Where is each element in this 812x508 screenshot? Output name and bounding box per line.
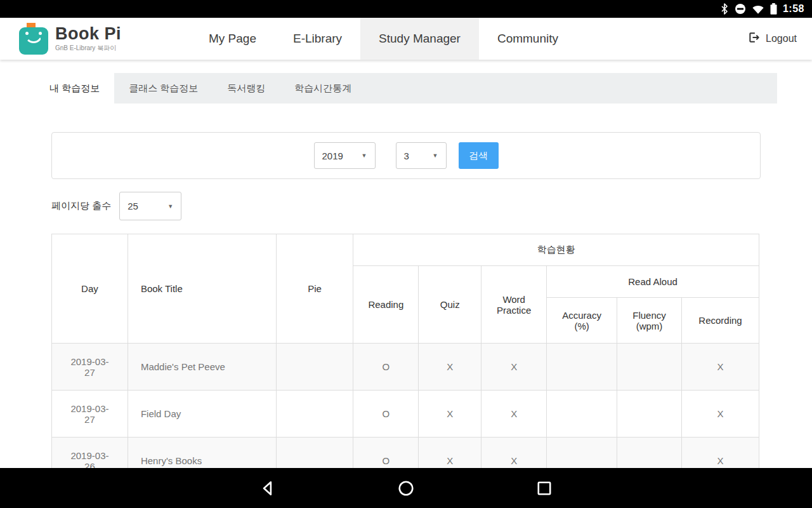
nav-item-label: E-Library — [293, 32, 342, 46]
logout-icon — [748, 31, 761, 46]
nav-item-e-library[interactable]: E-Library — [275, 18, 360, 60]
cell-recording: X — [682, 391, 759, 438]
table-row: 2019-03-27 Maddie's Pet Peeve O X X X — [52, 344, 759, 391]
per-page-value: 25 — [128, 201, 138, 211]
nav-item-label: Community — [497, 32, 558, 46]
cell-recording: X — [682, 344, 759, 391]
column-header-accuracy: Accuracy (%) — [547, 298, 617, 344]
logo-subtitle: GnB E-Library 북파이 — [55, 44, 121, 53]
status-time: 1:58 — [783, 3, 804, 15]
logo-title: Book Pi — [55, 25, 121, 43]
per-page-row: 페이지당 출수 25 ▼ — [51, 192, 761, 220]
cell-day: 2019-03-27 — [52, 344, 128, 391]
month-select[interactable]: 3 ▼ — [396, 142, 447, 169]
cell-book-title: Maddie's Pet Peeve — [128, 344, 276, 391]
android-status-bar: 1:58 — [0, 0, 812, 18]
cell-word-practice: X — [481, 391, 547, 438]
nav-item-my-page[interactable]: My Page — [190, 18, 275, 60]
wifi-icon — [752, 4, 764, 15]
study-manager-tabs: 내 학습정보 클래스 학습정보 독서랭킹 학습시간통계 — [35, 73, 777, 104]
column-header-fluency: Fluency (wpm) — [617, 298, 682, 344]
cell-accuracy — [547, 391, 617, 438]
battery-icon — [770, 3, 777, 15]
chevron-down-icon: ▼ — [362, 152, 367, 159]
cell-quiz: X — [419, 391, 481, 438]
per-page-select[interactable]: 25 ▼ — [119, 192, 181, 220]
chevron-down-icon: ▼ — [433, 152, 438, 159]
cell-reading: O — [353, 391, 419, 438]
chevron-down-icon: ▼ — [167, 203, 173, 210]
column-header-reading: Reading — [353, 266, 419, 344]
year-select-value: 2019 — [322, 150, 343, 161]
cell-fluency — [617, 391, 682, 438]
home-icon — [398, 480, 414, 497]
nav-item-label: My Page — [209, 32, 256, 46]
column-header-pie: Pie — [276, 234, 353, 344]
cell-day: 2019-03-27 — [52, 391, 128, 438]
recents-button[interactable] — [535, 479, 553, 497]
back-icon — [259, 480, 276, 497]
nav-item-study-manager[interactable]: Study Manager — [360, 18, 479, 60]
bookpi-logo-icon — [19, 23, 48, 55]
logout-label: Logout — [766, 33, 797, 44]
logo[interactable]: Book Pi GnB E-Library 북파이 — [0, 18, 190, 60]
recents-icon — [536, 480, 553, 497]
logout-button[interactable]: Logout — [748, 18, 812, 60]
tab-label: 학습시간통계 — [294, 83, 351, 95]
search-button[interactable]: 검색 — [459, 142, 499, 169]
tab-study-time-stats[interactable]: 학습시간통계 — [280, 73, 366, 104]
main-nav: My Page E-Library Study Manager Communit… — [190, 18, 577, 60]
cell-book-title: Field Day — [128, 391, 276, 438]
back-button[interactable] — [259, 479, 277, 497]
table-row: 2019-03-27 Field Day O X X X — [52, 391, 759, 438]
tab-label: 독서랭킹 — [227, 83, 265, 95]
year-select[interactable]: 2019 ▼ — [314, 142, 376, 169]
column-group-study-status: 학습현황 — [353, 234, 759, 266]
cell-reading: O — [353, 344, 419, 391]
month-select-value: 3 — [404, 150, 409, 161]
home-button[interactable] — [397, 479, 415, 497]
tab-label: 클래스 학습정보 — [129, 83, 198, 95]
nav-item-label: Study Manager — [379, 32, 461, 46]
app-navbar: Book Pi GnB E-Library 북파이 My Page E-Libr… — [0, 18, 812, 60]
android-nav-bar — [0, 468, 812, 508]
cell-pie — [276, 391, 353, 438]
tab-reading-ranking[interactable]: 독서랭킹 — [213, 73, 280, 104]
study-status-table: Day Book Title Pie 학습현황 Reading Quiz Wor… — [51, 234, 759, 485]
filter-panel: 2019 ▼ 3 ▼ 검색 — [51, 132, 761, 179]
tab-label: 내 학습정보 — [49, 83, 100, 95]
column-header-day: Day — [52, 234, 128, 344]
per-page-label: 페이지당 출수 — [51, 200, 111, 212]
nav-item-community[interactable]: Community — [479, 18, 577, 60]
logo-text: Book Pi GnB E-Library 북파이 — [55, 25, 121, 53]
cell-accuracy — [547, 344, 617, 391]
column-header-book-title: Book Title — [128, 234, 276, 344]
column-header-quiz: Quiz — [419, 266, 481, 344]
column-header-word-practice: Word Practice — [481, 266, 547, 344]
cell-pie — [276, 344, 353, 391]
cell-quiz: X — [419, 344, 481, 391]
column-header-recording: Recording — [682, 298, 759, 344]
tab-class-study-info[interactable]: 클래스 학습정보 — [114, 73, 213, 104]
tab-my-study-info[interactable]: 내 학습정보 — [35, 73, 114, 104]
do-not-disturb-icon — [735, 3, 746, 15]
column-group-read-aloud: Read Aloud — [547, 266, 759, 298]
bluetooth-icon — [720, 3, 729, 15]
cell-word-practice: X — [481, 344, 547, 391]
cell-fluency — [617, 344, 682, 391]
